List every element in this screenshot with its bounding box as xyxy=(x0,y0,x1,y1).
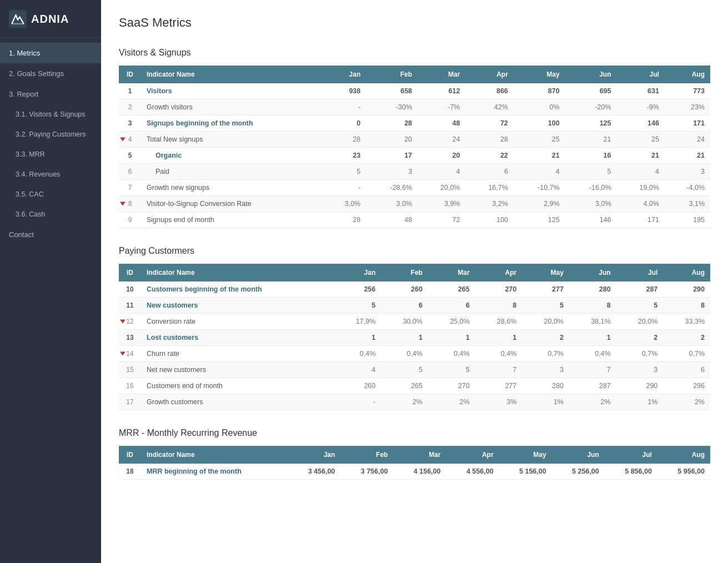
row-name: Net new customers xyxy=(141,362,334,378)
row-value: 290 xyxy=(663,282,710,298)
row-value: -9% xyxy=(617,99,665,115)
row-value: 290 xyxy=(616,378,664,394)
row-value: 4,0% xyxy=(617,196,665,212)
col-header: Feb xyxy=(366,66,418,83)
row-value: 3,2% xyxy=(465,196,513,212)
row-id: 17 xyxy=(119,394,141,410)
row-id: 15 xyxy=(119,362,141,378)
col-header: Jun xyxy=(569,264,616,282)
row-value: 7 xyxy=(475,362,523,378)
sidebar-item-cac[interactable]: 3.5. CAC xyxy=(0,184,101,204)
row-name: Lost customers xyxy=(141,330,334,346)
row-id: 16 xyxy=(119,378,141,394)
sidebar: ADNIA 1. Metrics2. Goals Settings3. Repo… xyxy=(0,0,101,563)
col-header: Indicator Name xyxy=(141,446,288,464)
row-value: 0,4% xyxy=(569,346,616,362)
col-header: Jun xyxy=(565,66,617,83)
row-value: 146 xyxy=(565,212,617,228)
row-value: 296 xyxy=(663,378,710,394)
row-value: 23% xyxy=(665,99,710,115)
row-value: 265 xyxy=(381,378,428,394)
table-row: 8Visitor-to-Signup Conversion Rate3,0%3,… xyxy=(119,196,710,212)
row-value: 3% xyxy=(475,394,523,410)
row-value: 20 xyxy=(418,148,465,164)
logo-text: ADNIA xyxy=(31,13,69,26)
row-value: 2 xyxy=(522,330,569,346)
sidebar-item-contact[interactable]: Contact xyxy=(0,224,101,245)
col-header: Feb xyxy=(381,264,428,282)
row-id: 3 xyxy=(119,115,141,132)
row-value: 0,4% xyxy=(334,346,381,362)
row-value: 5 956,00 xyxy=(657,464,710,480)
row-value: 28 xyxy=(366,115,418,132)
row-name: Churn rate xyxy=(141,346,334,362)
row-value: 5 xyxy=(428,362,475,378)
row-value: 938 xyxy=(324,83,366,99)
col-header: May xyxy=(499,446,552,464)
row-value: 0% xyxy=(514,99,565,115)
sidebar-item-visitors-signups[interactable]: 3.1. Visitors & Signups xyxy=(0,104,101,124)
row-name: Growth visitors xyxy=(141,99,324,115)
row-value: 30,0% xyxy=(381,314,428,330)
row-value: 287 xyxy=(616,282,664,298)
sidebar-item-cash[interactable]: 3.6. Cash xyxy=(0,204,101,224)
row-value: 3 xyxy=(522,362,569,378)
row-id: 13 xyxy=(119,330,141,346)
row-value: 21 xyxy=(565,132,617,148)
row-value: 48 xyxy=(418,115,465,132)
row-value: 0,4% xyxy=(381,346,428,362)
row-value: -4,0% xyxy=(665,180,710,196)
sections-container: Visitors & SignupsIDIndicator NameJanFeb… xyxy=(119,48,710,480)
sidebar-item-goals[interactable]: 2. Goals Settings xyxy=(0,63,101,84)
sidebar-item-paying-customers[interactable]: 3.2. Paying Customers xyxy=(0,124,101,144)
row-name: Visitors xyxy=(141,83,324,99)
row-value: 631 xyxy=(617,83,665,99)
col-header: Feb xyxy=(340,446,393,464)
col-header: Apr xyxy=(446,446,499,464)
row-value: 20,0% xyxy=(522,314,569,330)
row-value: 48 xyxy=(366,212,418,228)
sidebar-item-mrr[interactable]: 3.3. MRR xyxy=(0,144,101,164)
row-value: 72 xyxy=(418,212,465,228)
col-header: Jan xyxy=(288,446,340,464)
row-value: 0 xyxy=(324,115,366,132)
row-id: 11 xyxy=(119,298,141,314)
row-id: 7 xyxy=(119,180,141,196)
row-value: 2,9% xyxy=(514,196,565,212)
row-value: 2% xyxy=(663,394,710,410)
col-header: May xyxy=(522,264,569,282)
row-value: 28 xyxy=(324,212,366,228)
row-value: 265 xyxy=(428,282,475,298)
row-value: 20,0% xyxy=(616,314,664,330)
row-id: 8 xyxy=(119,196,141,212)
sidebar-item-revenues[interactable]: 3.4. Revenues xyxy=(0,164,101,184)
row-value: 1% xyxy=(522,394,569,410)
row-value: 125 xyxy=(565,115,617,132)
row-value: 3 756,00 xyxy=(340,464,393,480)
sidebar-item-report[interactable]: 3. Report xyxy=(0,84,101,104)
row-value: 2% xyxy=(428,394,475,410)
row-value: 21 xyxy=(617,148,665,164)
col-header: Apr xyxy=(465,66,513,83)
row-name: Organic xyxy=(141,148,324,164)
row-value: 1% xyxy=(616,394,664,410)
table-row: 15Net new customers45573736 xyxy=(119,362,710,378)
col-header: May xyxy=(514,66,565,83)
row-value: -20% xyxy=(565,99,617,115)
row-value: 612 xyxy=(418,83,465,99)
col-header: Aug xyxy=(663,264,710,282)
col-header: Jan xyxy=(324,66,366,83)
col-header: Mar xyxy=(428,264,475,282)
row-name: Visitor-to-Signup Conversion Rate xyxy=(141,196,324,212)
row-value: 5 xyxy=(616,298,664,314)
logo-area: ADNIA xyxy=(0,0,101,38)
col-header: ID xyxy=(119,66,141,83)
sidebar-item-metrics[interactable]: 1. Metrics xyxy=(0,43,101,63)
row-value: 3,9% xyxy=(418,196,465,212)
table-row: 6Paid53464543 xyxy=(119,164,710,180)
row-id: 4 xyxy=(119,132,141,148)
table-row: 5Organic2317202221162121 xyxy=(119,148,710,164)
row-value: -7% xyxy=(418,99,465,115)
sidebar-nav: 1. Metrics2. Goals Settings3. Report3.1.… xyxy=(0,38,101,563)
row-name: Customers beginning of the month xyxy=(141,282,334,298)
